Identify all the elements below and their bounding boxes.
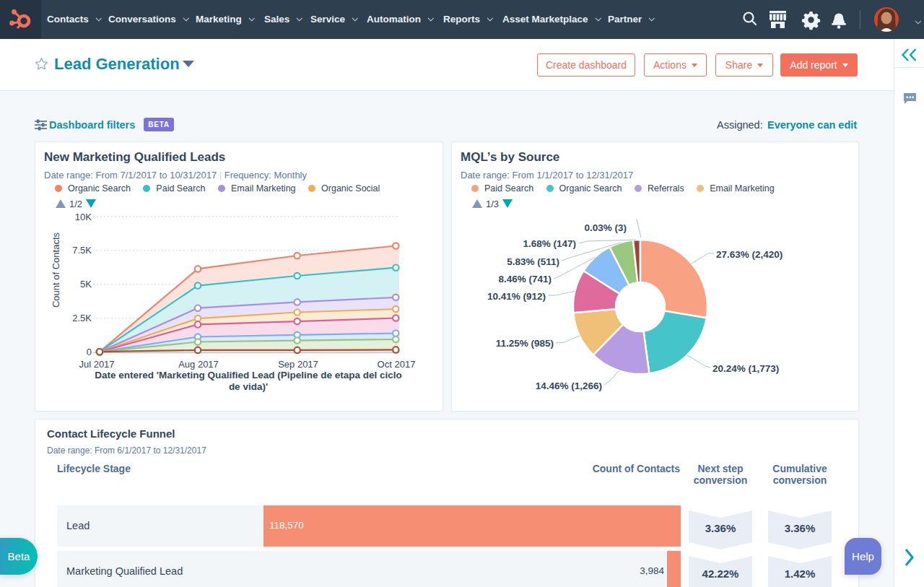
svg-text:Date entered 'Marketing Qualif: Date entered 'Marketing Qualified Lead (… [95, 370, 402, 381]
svg-text:10K: 10K [75, 212, 92, 222]
svg-text:0.03% (3): 0.03% (3) [584, 222, 627, 233]
svg-text:0: 0 [87, 347, 92, 357]
svg-text:7.5K: 7.5K [72, 245, 92, 256]
svg-text:Aug 2017: Aug 2017 [178, 359, 219, 370]
svg-text:de vida)': de vida)' [229, 381, 268, 392]
svg-text:5K: 5K [80, 279, 92, 290]
svg-text:27.63% (2,420): 27.63% (2,420) [716, 249, 783, 260]
svg-text:1.68% (147): 1.68% (147) [523, 238, 576, 249]
svg-text:2.5K: 2.5K [72, 313, 92, 323]
svg-text:Oct 2017: Oct 2017 [378, 359, 416, 370]
svg-text:8.46% (741): 8.46% (741) [498, 274, 552, 284]
svg-text:Sep 2017: Sep 2017 [278, 359, 318, 370]
svg-text:Jul 2017: Jul 2017 [79, 359, 114, 370]
svg-text:Count of Contacts: Count of Contacts [51, 232, 61, 308]
svg-text:5.83% (511): 5.83% (511) [507, 256, 559, 267]
svg-text:14.46% (1,266): 14.46% (1,266) [536, 381, 602, 391]
svg-text:10.41% (912): 10.41% (912) [487, 291, 546, 302]
svg-text:11.25% (985): 11.25% (985) [496, 338, 554, 349]
svg-text:20.24% (1,773): 20.24% (1,773) [712, 363, 779, 374]
